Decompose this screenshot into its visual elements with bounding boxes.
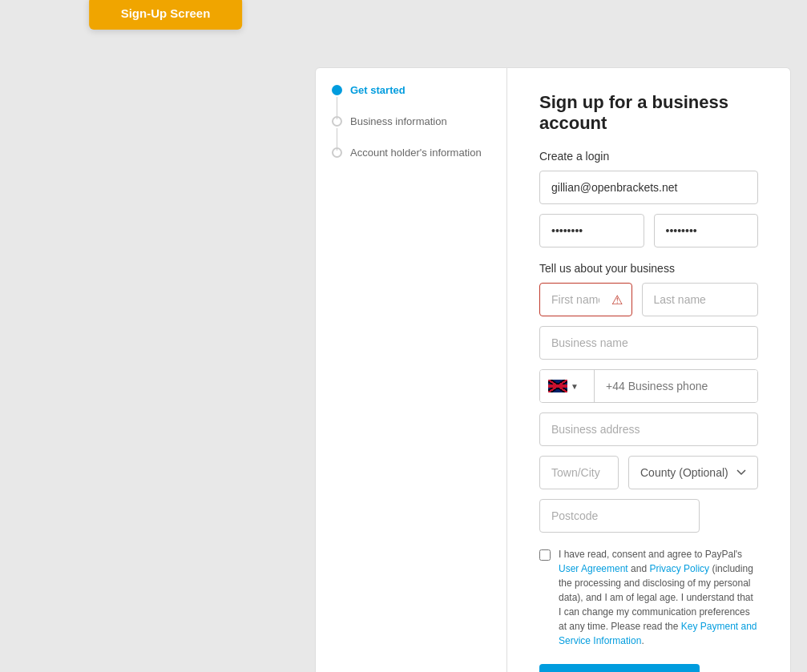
- name-row: ⚠: [539, 283, 758, 316]
- postcode-group: [539, 499, 758, 533]
- main-content: Sign up for a business account Create a …: [507, 67, 791, 672]
- tell-us-label: Tell us about your business: [539, 262, 758, 275]
- sidebar-label-account-holder: Account holder's information: [350, 147, 482, 159]
- business-name-group: [539, 326, 758, 360]
- sidebar-label-get-started: Get started: [350, 84, 406, 96]
- business-name-field[interactable]: [539, 326, 758, 360]
- sidebar: Get started Business information Account…: [315, 67, 507, 672]
- consent-checkbox[interactable]: [539, 549, 551, 561]
- sidebar-dot-business-info: [332, 116, 342, 127]
- phone-row: ▼: [539, 369, 758, 403]
- password-field[interactable]: [539, 214, 644, 247]
- user-agreement-link[interactable]: User Agreement: [559, 563, 628, 574]
- create-login-label: Create a login: [539, 150, 758, 163]
- email-group: [539, 171, 758, 204]
- county-select[interactable]: County (Optional) Bedfordshire Berkshire…: [628, 456, 758, 489]
- signup-screen-button[interactable]: Sign-Up Screen: [89, 0, 243, 30]
- privacy-policy-link[interactable]: Privacy Policy: [649, 563, 709, 574]
- sidebar-item-account-holder[interactable]: Account holder's information: [332, 147, 490, 159]
- page-title: Sign up for a business account: [539, 92, 758, 134]
- first-name-field[interactable]: [539, 283, 632, 316]
- business-address-group: [539, 412, 758, 446]
- consent-area: I have read, consent and agree to PayPal…: [539, 547, 758, 648]
- business-address-field[interactable]: [539, 412, 758, 446]
- phone-country-selector[interactable]: ▼: [540, 370, 595, 402]
- phone-field[interactable]: [595, 370, 757, 402]
- tell-us-section: Tell us about your business ⚠: [539, 262, 758, 672]
- town-county-row: County (Optional) Bedfordshire Berkshire…: [539, 456, 758, 489]
- confirm-password-field[interactable]: [654, 214, 759, 247]
- sidebar-item-get-started[interactable]: Get started: [332, 84, 490, 96]
- agree-continue-button[interactable]: Agree and Continue: [539, 664, 700, 672]
- first-name-wrapper: ⚠: [539, 283, 632, 316]
- sidebar-item-business-info[interactable]: Business information: [332, 115, 490, 127]
- country-chevron-icon: ▼: [571, 382, 579, 391]
- password-row: [539, 214, 758, 247]
- email-field[interactable]: [539, 171, 758, 204]
- postcode-field[interactable]: [539, 499, 700, 533]
- sidebar-dot-account-holder: [332, 147, 342, 158]
- sidebar-dot-get-started: [332, 85, 342, 95]
- sidebar-label-business-info: Business information: [350, 115, 447, 127]
- consent-text: I have read, consent and agree to PayPal…: [559, 547, 758, 648]
- town-city-field[interactable]: [539, 456, 619, 489]
- last-name-field[interactable]: [642, 283, 759, 316]
- uk-flag-icon: [548, 380, 567, 392]
- key-payment-link[interactable]: Key Payment and Service Information: [559, 621, 757, 646]
